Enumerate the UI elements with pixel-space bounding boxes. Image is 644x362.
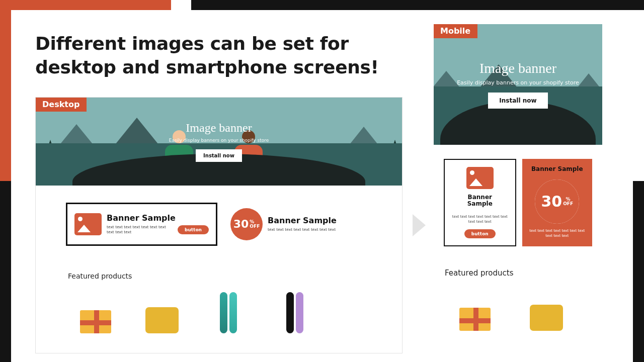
hero-title-mobile: Image banner	[457, 60, 579, 76]
image-placeholder-icon	[74, 213, 102, 235]
product-soap[interactable]	[134, 293, 190, 333]
hero-subtitle: Easily display banners on your shopify s…	[169, 138, 269, 143]
banner-b-body-mobile: text text text text text text text text …	[526, 229, 589, 238]
discount-badge: 30 % OFF	[230, 208, 263, 240]
product-gift[interactable]	[68, 293, 123, 333]
banner-sample-a[interactable]: Banner Sample text text text text text t…	[66, 203, 217, 246]
product-snowboards-teal[interactable]	[201, 293, 256, 333]
featured-products-heading: Featured products	[68, 272, 370, 280]
frame-strip-top	[191, 0, 644, 10]
banner-sample-a-mobile[interactable]: BannerSample text text text text text te…	[444, 159, 516, 246]
install-now-button[interactable]: Install now	[196, 149, 242, 162]
banner-row-mobile: BannerSample text text text text text te…	[434, 145, 602, 246]
hero-banner-desktop: Image banner Easily display banners on y…	[36, 98, 402, 186]
discount-badge-mobile: 30 % OFF	[535, 179, 579, 224]
desktop-preview: Desktop Image banner Easily display bann…	[35, 97, 403, 353]
hero-subtitle-mobile: Easily display banners on your shopify s…	[457, 79, 579, 86]
banner-a-button[interactable]: button	[178, 225, 209, 234]
banner-a-button-mobile[interactable]: button	[464, 229, 496, 238]
hero-title: Image banner	[169, 121, 269, 135]
banner-b-title: Banner Sample	[268, 216, 365, 225]
content-sheet: Different images can be set for desktop …	[11, 10, 633, 362]
hero-banner-mobile: Image banner Easily display banners on y…	[434, 24, 602, 145]
image-placeholder-icon	[466, 167, 494, 189]
featured-products-heading-mobile: Featured products	[445, 268, 591, 278]
banner-b-body: text text text text text text text text	[268, 227, 365, 232]
desktop-tag: Desktop	[35, 97, 87, 112]
chevron-right-icon	[413, 214, 426, 236]
banner-sample-b-mobile[interactable]: Banner Sample 30 % OFF text text text te…	[522, 159, 593, 246]
banner-sample-b[interactable]: 30 % OFF Banner Sample text text text te…	[223, 203, 372, 246]
banner-row-desktop: Banner Sample text text text text text t…	[36, 186, 402, 246]
page-headline: Different images can be set for desktop …	[35, 32, 397, 79]
product-soap-mobile[interactable]	[516, 291, 577, 331]
install-now-button-mobile[interactable]: Install now	[488, 93, 547, 109]
product-row	[68, 293, 370, 333]
product-row-mobile	[445, 291, 591, 331]
mobile-tag: Mobile	[434, 24, 477, 38]
banner-a-title: Banner Sample	[107, 213, 209, 223]
banner-a-title-mobile: BannerSample	[467, 194, 493, 208]
product-snowboards-dark[interactable]	[267, 293, 323, 333]
mobile-preview: Mobile Image banner Easily display banne…	[434, 24, 602, 346]
product-gift-mobile[interactable]	[445, 291, 505, 331]
banner-a-body-mobile: text text text text text text text text …	[449, 215, 511, 224]
banner-a-body: text text text text text text text text …	[107, 225, 173, 235]
banner-b-title-mobile: Banner Sample	[531, 166, 583, 173]
